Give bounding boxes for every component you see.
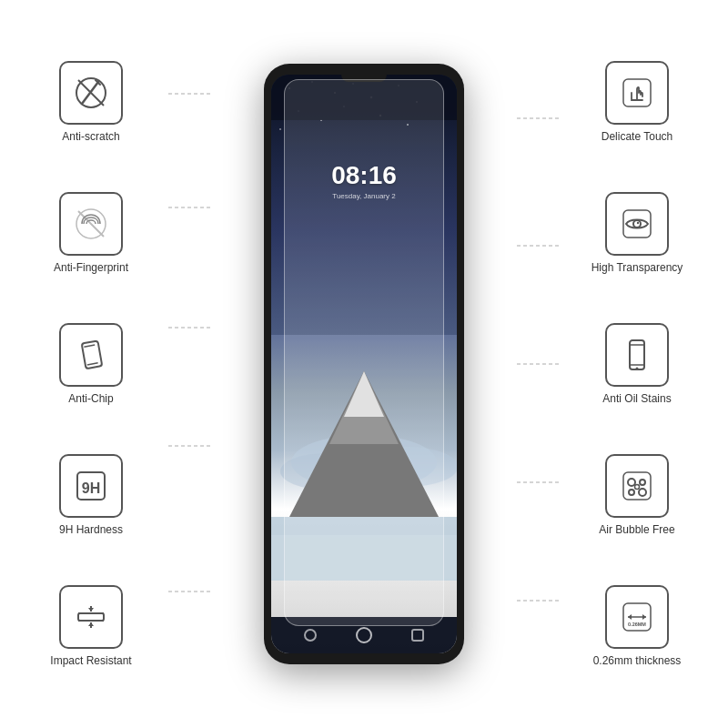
feature-delicate-touch: Delicate Touch [602,61,673,143]
9h-icon: 9H [73,468,109,504]
svg-point-60 [629,490,634,495]
impact-icon [73,599,109,635]
main-container: Anti-scratch Anti-Fingerprint [0,0,728,728]
phone-notch [341,75,387,82]
impact-resistant-label: Impact Resistant [50,654,131,667]
svg-point-52 [637,222,639,224]
svg-point-51 [633,220,641,228]
anti-scratch-label: Anti-scratch [62,130,119,143]
svg-marker-25 [88,608,94,612]
high-transparency-label: High Transparency [592,261,683,274]
delicate-touch-label: Delicate Touch [602,130,673,143]
phone-date: Tuesday, January 2 [271,192,457,200]
svg-text:9H: 9H [82,480,100,496]
delicate-touch-icon-box [605,61,669,125]
svg-line-18 [87,363,98,365]
air-bubble-free-label: Air Bubble Free [599,523,674,536]
svg-rect-21 [78,613,104,621]
mountain-scene [271,353,457,581]
nav-home-icon [304,629,317,642]
thickness-icon: 0.26MM [619,599,655,635]
phone-screen: 08:16 Tuesday, January 2 [271,75,457,653]
fingerprint-icon [73,206,109,242]
svg-marker-65 [628,614,632,620]
features-right: Delicate Touch High Transparency [564,0,710,728]
svg-point-58 [628,479,635,486]
high-transparency-icon-box [605,192,669,256]
air-bubble-free-icon-box [605,454,669,518]
feature-anti-scratch: Anti-scratch [59,61,123,143]
phone-time-display: 08:16 Tuesday, January 2 [271,125,457,200]
svg-line-17 [84,345,95,347]
feature-air-bubble-free: Air Bubble Free [599,454,674,536]
anti-fingerprint-icon-box [59,192,123,256]
feature-anti-oil-stains: Anti Oil Stains [602,323,671,405]
svg-point-62 [635,485,640,490]
svg-text:0.26MM: 0.26MM [628,622,646,627]
scratch-icon [73,75,109,111]
phone-body: 08:16 Tuesday, January 2 [264,64,464,664]
svg-rect-50 [623,210,651,238]
thickness-label: 0.26mm thickness [593,654,682,667]
feature-thickness: 0.26MM 0.26mm thickness [593,585,682,667]
svg-marker-66 [642,614,646,620]
anti-chip-label: Anti-Chip [68,392,113,405]
phone-time: 08:16 [271,161,457,190]
nav-circle-icon [356,627,372,643]
touch-icon [619,75,655,111]
anti-oil-stains-label: Anti Oil Stains [602,392,671,405]
phone-icon [619,337,655,373]
svg-rect-57 [623,472,651,500]
thickness-icon-box: 0.26MM [605,585,669,649]
phone-top-bar [271,75,457,120]
svg-point-59 [640,480,645,485]
feature-impact-resistant: Impact Resistant [50,585,131,667]
impact-resistant-icon-box [59,585,123,649]
features-left: Anti-scratch Anti-Fingerprint [18,0,164,728]
chip-icon [73,337,109,373]
nav-cam-icon [411,629,424,642]
feature-high-transparency: High Transparency [592,192,683,274]
phone-bottom-bar [271,617,457,653]
mountain-svg [271,353,457,581]
anti-scratch-icon-box [59,61,123,125]
svg-point-61 [639,489,646,496]
9h-hardness-label: 9H Hardness [59,523,123,536]
9h-hardness-icon-box: 9H [59,454,123,518]
anti-oil-stains-icon-box [605,323,669,387]
feature-anti-fingerprint: Anti-Fingerprint [54,192,128,274]
svg-rect-48 [271,535,457,581]
phone-wrapper: 08:16 Tuesday, January 2 [264,64,464,664]
eye-icon [619,206,655,242]
svg-point-56 [636,368,639,370]
feature-anti-chip: Anti-Chip [59,323,123,405]
svg-marker-46 [344,371,384,417]
bubbles-icon [619,468,655,504]
anti-chip-icon-box [59,323,123,387]
svg-marker-27 [88,622,94,626]
feature-9h-hardness: 9H 9H Hardness [59,454,123,536]
anti-fingerprint-label: Anti-Fingerprint [54,261,128,274]
